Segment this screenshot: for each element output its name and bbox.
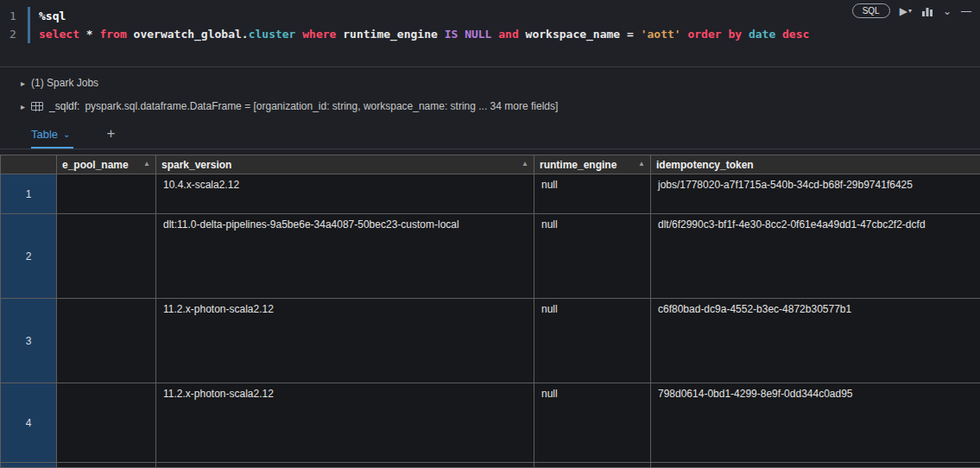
- cell-e_pool_name[interactable]: [57, 214, 156, 299]
- code-token: where: [302, 28, 336, 41]
- column-header-label: runtime_engine: [540, 159, 616, 171]
- spark-jobs-row[interactable]: ▸ (1) Spark Jobs: [0, 76, 980, 90]
- run-options-caret-icon: ▾: [908, 5, 912, 17]
- cell-spark_version[interactable]: 11.2.x-photon-scala2.12: [156, 299, 534, 383]
- cell-spark_version[interactable]: 11.2.x-photon-scala2.12: [156, 383, 534, 463]
- chart-icon[interactable]: [921, 6, 933, 16]
- expand-caret-icon[interactable]: ▸: [21, 79, 25, 88]
- sqldf-row[interactable]: ▸ _sqldf: pyspark.sql.dataframe.DataFram…: [0, 99, 980, 113]
- column-header-label: e_pool_name: [62, 159, 129, 171]
- table-row[interactable]: 2dlt:11.0-delta-pipelines-9a5be6e-34a408…: [1, 214, 980, 299]
- cell-e_pool_name: [57, 463, 156, 468]
- expand-caret-icon[interactable]: ▸: [21, 102, 25, 111]
- minimize-cell-icon[interactable]: —: [961, 5, 971, 17]
- editor-gutter: 12: [0, 7, 26, 43]
- code-token: order: [687, 28, 721, 41]
- code-token: [775, 28, 782, 41]
- tab-chevron-down-icon: ⌄: [63, 132, 70, 137]
- table-row-partial: [1, 463, 980, 468]
- code-token: from: [99, 28, 126, 41]
- cell-spark_version: [156, 463, 534, 468]
- code-token: runtime_engine: [336, 28, 444, 41]
- dataframe-icon: [31, 102, 43, 111]
- cell-idempotency_token[interactable]: dlt/6f2990c3-bf1f-4e30-8cc2-0f61e4a49dd1…: [651, 214, 980, 299]
- add-visualization-button[interactable]: +: [106, 125, 115, 149]
- cell-runtime_engine: [534, 463, 651, 468]
- code-token: select: [39, 28, 79, 41]
- column-header-runtime_engine[interactable]: runtime_engine▲: [534, 155, 651, 174]
- chevron-down-icon[interactable]: ⌄: [943, 5, 952, 17]
- table-row[interactable]: 110.4.x-scala2.12nulljobs/1778020-a7f171…: [1, 174, 980, 214]
- column-header-e_pool_name[interactable]: e_pool_name▲: [57, 155, 156, 174]
- column-header-spark_version[interactable]: spark_version▲: [156, 155, 534, 174]
- code-token: date: [749, 28, 775, 41]
- table-body: 110.4.x-scala2.12nulljobs/1778020-a7f171…: [1, 174, 980, 468]
- cell-toolbar: SQL ▶ ▾ ⌄ —: [852, 3, 971, 18]
- code-token: *: [79, 28, 99, 41]
- cell-runtime_engine[interactable]: null: [534, 383, 651, 463]
- tab-table[interactable]: Table ⌄: [31, 128, 73, 149]
- line-number: 2: [0, 25, 26, 43]
- code-token: NULL: [465, 28, 491, 41]
- sqldf-schema-text: pyspark.sql.dataframe.DataFrame = [organ…: [85, 100, 558, 112]
- code-token: desc: [782, 28, 809, 41]
- sqldf-label: _sqldf:: [49, 100, 79, 112]
- sort-icon[interactable]: ▲: [638, 160, 645, 168]
- column-header-idempotency_token[interactable]: idempotency_token: [651, 155, 980, 174]
- code-token: cluster: [249, 28, 296, 41]
- column-header-label: spark_version: [161, 159, 231, 171]
- table-row[interactable]: 311.2.x-photon-scala2.12nullc6f80bad-dc9…: [1, 299, 980, 383]
- code-line[interactable]: select * from overwatch_global.cluster w…: [39, 25, 809, 43]
- row-number-cell: 3: [1, 299, 57, 383]
- cell-runtime_engine[interactable]: null: [534, 174, 651, 214]
- cell-spark_version[interactable]: 10.4.x-scala2.12: [156, 174, 534, 214]
- sort-icon[interactable]: ▲: [143, 160, 150, 168]
- sql-editor[interactable]: 12 %sqlselect * from overwatch_global.cl…: [0, 7, 980, 43]
- code-line[interactable]: %sql: [39, 7, 809, 25]
- results-tabbar: Table ⌄ +: [0, 124, 980, 149]
- code-token: and: [498, 28, 518, 41]
- table-header-row: e_pool_name▲spark_version▲runtime_engine…: [1, 155, 980, 174]
- code-token: overwatch_global.: [127, 28, 249, 41]
- cell-idempotency_token[interactable]: 798d0614-0bd1-4299-8e9f-0dd344c0ad95: [651, 383, 980, 463]
- row-number-cell: 2: [1, 214, 57, 299]
- line-number: 1: [0, 7, 26, 25]
- column-header-label: idempotency_token: [656, 159, 754, 171]
- row-number-cell: 4: [1, 383, 57, 463]
- code-token: [458, 28, 465, 41]
- row-number-header: [1, 155, 57, 174]
- cell-runtime_engine[interactable]: null: [534, 299, 651, 383]
- code-token: 'aott': [641, 28, 681, 41]
- table-row[interactable]: 411.2.x-photon-scala2.12null798d0614-0bd…: [1, 383, 980, 463]
- code-token: IS: [445, 28, 458, 41]
- cell-spark_version[interactable]: dlt:11.0-delta-pipelines-9a5be6e-34a4087…: [156, 214, 534, 299]
- row-number-cell: 1: [1, 174, 57, 214]
- run-cell-button[interactable]: ▶ ▾: [900, 5, 912, 17]
- tab-table-label: Table: [31, 128, 58, 141]
- cell-e_pool_name[interactable]: [57, 299, 156, 383]
- notebook-cell: SQL ▶ ▾ ⌄ — 12 %sqlselect * from overwat…: [0, 0, 980, 67]
- cell-e_pool_name[interactable]: [57, 383, 156, 463]
- row-number-cell: [1, 463, 57, 468]
- sort-icon[interactable]: ▲: [522, 160, 528, 168]
- language-badge[interactable]: SQL: [852, 3, 890, 18]
- play-icon: ▶: [900, 5, 907, 17]
- cell-idempotency_token: [651, 463, 980, 468]
- code-lines[interactable]: %sqlselect * from overwatch_global.clust…: [30, 7, 809, 43]
- results-grid: e_pool_name▲spark_version▲runtime_engine…: [0, 155, 980, 468]
- code-token: workspace_name =: [519, 28, 641, 41]
- cell-runtime_engine[interactable]: null: [534, 214, 651, 299]
- code-token: by: [728, 28, 742, 41]
- cell-e_pool_name[interactable]: [57, 174, 156, 214]
- results-table: e_pool_name▲spark_version▲runtime_engine…: [0, 155, 980, 468]
- spark-jobs-label: (1) Spark Jobs: [31, 77, 98, 89]
- code-token: %sql: [39, 9, 66, 22]
- cell-idempotency_token[interactable]: jobs/1778020-a7f1715a-540b-34cd-b68f-29b…: [651, 174, 980, 214]
- code-token: [742, 28, 749, 41]
- cell-idempotency_token[interactable]: c6f80bad-dc9a-4552-b3ec-4872b30577b1: [651, 299, 980, 383]
